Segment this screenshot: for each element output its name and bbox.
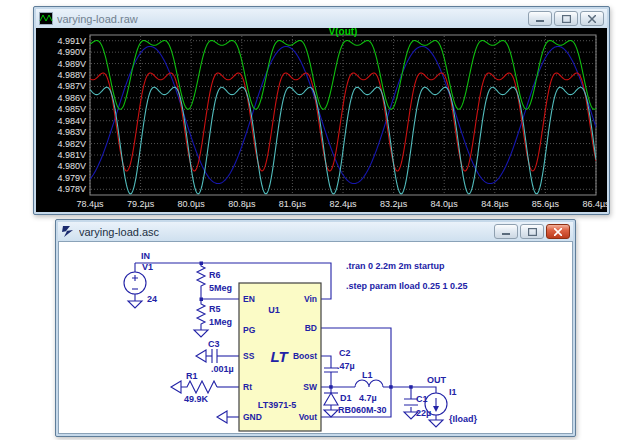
component-r6[interactable]: [197, 263, 205, 299]
ground-icon[interactable]: [128, 301, 142, 308]
plot-window: varying-load.raw V(out) 4.991V4.990V4.98…: [33, 6, 610, 215]
r6-ref[interactable]: R6: [209, 270, 221, 280]
x-axis-tick-label: 82.4µs: [320, 199, 366, 209]
schematic-window: varying-load.asc: [55, 219, 576, 437]
component-r1[interactable]: [171, 381, 217, 393]
pin-boost: Boost: [293, 351, 317, 361]
maximize-icon: [528, 228, 537, 236]
component-d1[interactable]: [324, 393, 338, 417]
y-axis-tick-label: 4.991V: [38, 36, 86, 46]
spice-directive-tran[interactable]: .tran 0 2.2m 2m startup: [346, 261, 445, 271]
y-axis-tick-label: 4.989V: [38, 59, 86, 69]
y-axis-tick-label: 4.987V: [38, 81, 86, 91]
y-axis-tick-label: 4.983V: [38, 127, 86, 137]
x-axis-tick-label: 78.4µs: [67, 199, 113, 209]
y-axis-tick-label: 4.980V: [38, 161, 86, 171]
y-axis-tick-label: 4.982V: [38, 139, 86, 149]
net-label-in[interactable]: IN: [141, 251, 150, 261]
x-axis-tick-label: 84.8µs: [472, 199, 518, 209]
plot-caption-buttons: [528, 11, 604, 26]
d1-ref[interactable]: D1: [340, 393, 352, 403]
wire-boost[interactable]: [321, 356, 331, 366]
ground-icon[interactable]: [194, 330, 208, 337]
component-c3[interactable]: [196, 349, 217, 363]
ground-left-icon[interactable]: [196, 350, 206, 362]
c3-ref[interactable]: C3: [208, 339, 220, 349]
component-l1[interactable]: [355, 380, 383, 387]
plus-icon: [132, 275, 138, 281]
x-axis-tick-label: 80.0µs: [168, 199, 214, 209]
x-axis-tick-label: 80.8µs: [219, 199, 265, 209]
i1-value[interactable]: {Iload}: [449, 414, 478, 424]
ground-icon[interactable]: [324, 410, 338, 417]
minimize-button[interactable]: [528, 11, 552, 26]
close-button[interactable]: [546, 224, 570, 239]
component-c2[interactable]: [324, 366, 338, 374]
pin-vin: Vin: [304, 294, 317, 304]
close-button[interactable]: [580, 11, 604, 26]
l1-ref[interactable]: L1: [362, 370, 373, 380]
r5-ref[interactable]: R5: [209, 304, 221, 314]
desktop: varying-load.raw V(out) 4.991V4.990V4.98…: [0, 0, 630, 440]
ground-icon[interactable]: [429, 420, 443, 427]
lt-logo-icon: LT: [270, 348, 289, 365]
close-icon: [554, 228, 562, 236]
plot-window-titlebar[interactable]: varying-load.raw: [36, 9, 607, 28]
y-axis-tick-label: 4.978V: [38, 184, 86, 194]
pin-sw: SW: [303, 382, 318, 392]
pin-en: EN: [243, 294, 255, 304]
net-label-out[interactable]: OUT: [427, 375, 447, 385]
r5-value[interactable]: 1Meg: [209, 317, 232, 327]
u1-refdes[interactable]: U1: [268, 305, 280, 315]
l1-value[interactable]: 4.7µ: [359, 393, 377, 403]
spice-directive-step[interactable]: .step param Iload 0.25 1 0.25: [346, 281, 468, 291]
y-axis-tick-label: 4.984V: [38, 116, 86, 126]
u1-part-number[interactable]: LT3971-5: [258, 400, 296, 410]
trace-label[interactable]: V(out): [90, 28, 596, 37]
minimize-icon: [536, 15, 544, 22]
y-axis-tick-label: 4.979V: [38, 173, 86, 183]
x-axis-tick-label: 84.0µs: [421, 199, 467, 209]
i1-ref[interactable]: I1: [449, 387, 457, 397]
close-icon: [588, 15, 596, 23]
component-u1[interactable]: EN PG SS Rt GND Vin BD Boost SW Vout U1 …: [239, 283, 321, 431]
r1-value[interactable]: 49.9K: [184, 394, 209, 404]
minimize-button[interactable]: [494, 224, 518, 239]
waveform-canvas[interactable]: [36, 28, 607, 212]
schematic-window-title: varying-load.asc: [79, 226, 490, 238]
x-axis-tick-label: 81.6µs: [269, 199, 315, 209]
x-axis-tick-label: 86.4µs: [573, 199, 607, 209]
pin-gnd: GND: [243, 412, 262, 422]
schematic-caption-buttons: [494, 224, 570, 239]
x-axis-tick-label: 85.6µs: [522, 199, 568, 209]
schematic-window-titlebar[interactable]: varying-load.asc: [58, 222, 573, 241]
v1-value[interactable]: 24: [147, 294, 157, 304]
y-axis-tick-label: 4.990V: [38, 47, 86, 57]
schematic-canvas[interactable]: V1 24 IN R6 5Meg R5 1Meg: [58, 241, 573, 434]
y-axis-tick-label: 4.985V: [38, 104, 86, 114]
r6-value[interactable]: 5Meg: [209, 283, 232, 293]
wire-sw-out[interactable]: [321, 387, 436, 393]
y-axis-tick-label: 4.981V: [38, 150, 86, 160]
maximize-icon: [562, 15, 571, 23]
maximize-button[interactable]: [520, 224, 544, 239]
r1-ref[interactable]: R1: [186, 371, 198, 381]
y-axis-tick-label: 4.988V: [38, 70, 86, 80]
maximize-button[interactable]: [554, 11, 578, 26]
minimize-icon: [502, 228, 510, 235]
c2-ref[interactable]: C2: [339, 348, 351, 358]
pin-ss: SS: [243, 351, 255, 361]
c3-value[interactable]: .001µ: [211, 364, 234, 374]
pin-bd: BD: [305, 323, 317, 333]
d1-value[interactable]: RB060M-30: [338, 405, 387, 415]
c2-value[interactable]: .47µ: [337, 361, 355, 371]
waveform-window-icon: [39, 12, 53, 25]
ground-left-icon[interactable]: [217, 411, 227, 423]
component-r5[interactable]: [194, 299, 208, 337]
x-axis-tick-label: 79.2µs: [118, 199, 164, 209]
v1-ref[interactable]: V1: [142, 262, 153, 272]
ground-left-icon[interactable]: [171, 381, 181, 393]
y-axis-tick-label: 4.986V: [38, 93, 86, 103]
waveform-plot-area[interactable]: V(out) 4.991V4.990V4.989V4.988V4.987V4.9…: [36, 28, 607, 212]
x-axis-tick-label: 83.2µs: [371, 199, 417, 209]
